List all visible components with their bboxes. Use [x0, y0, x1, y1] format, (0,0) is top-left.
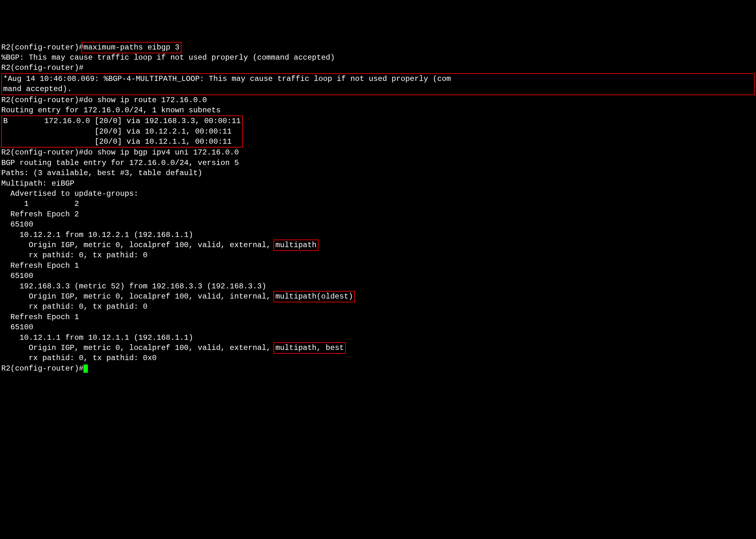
- show-ip-route-cmd: R2(config-router)#do show ip route 172.1…: [1, 95, 755, 105]
- as-path-3: 65100: [1, 322, 755, 333]
- nexthop-3: 10.12.1.1 from 10.12.1.1 (192.168.1.1): [1, 333, 755, 343]
- route-line-2: [20/0] via 10.12.2.1, 00:00:11: [3, 127, 232, 136]
- advertised-header: Advertised to update-groups:: [1, 189, 755, 199]
- route-entries-highlight: B 172.16.0.0 [20/0] via 192.168.3.3, 00:…: [1, 116, 243, 147]
- log-line-1: *Aug 14 10:46:08.069: %BGP-4-MULTIPATH_L…: [3, 75, 451, 83]
- route-line-1: B 172.16.0.0 [20/0] via 192.168.3.3, 00:…: [3, 117, 241, 125]
- refresh-epoch-3: Refresh Epoch 1: [1, 312, 755, 322]
- attrs-2-prefix: Origin IGP, metric 0, localpref 100, val…: [1, 292, 275, 301]
- show-ip-bgp-cmd: R2(config-router)#do show ip bgp ipv4 un…: [1, 147, 755, 158]
- nexthop-1: 10.12.2.1 from 10.12.2.1 (192.168.1.1): [1, 230, 755, 240]
- log-line-2: mand accepted).: [3, 85, 72, 93]
- prompt: R2(config-router)#: [1, 43, 83, 52]
- routing-entry-header: Routing entry for 172.16.0.0/24, 1 known…: [1, 105, 755, 116]
- attrs-3-prefix: Origin IGP, metric 0, localpref 100, val…: [1, 344, 275, 352]
- bgp-warning-line: %BGP: This may cause traffic loop if not…: [1, 53, 755, 63]
- attrs-1-prefix: Origin IGP, metric 0, localpref 100, val…: [1, 241, 275, 249]
- log-multipath-loop-highlight: *Aug 14 10:46:08.069: %BGP-4-MULTIPATH_L…: [1, 73, 755, 95]
- command-highlight-maximum-paths: maximum-paths eibgp 3: [82, 42, 181, 53]
- update-groups: 1 2: [1, 199, 755, 209]
- multipath-highlight-3: multipath, best: [273, 342, 346, 354]
- as-path-2: 65100: [1, 271, 755, 281]
- pathid-2: rx pathid: 0, tx pathid: 0: [1, 302, 755, 312]
- final-prompt: R2(config-router)#: [1, 364, 83, 373]
- multipath-highlight-1: multipath: [273, 240, 319, 251]
- refresh-epoch-1: Refresh Epoch 2: [1, 209, 755, 219]
- route-line-3: [20/0] via 10.12.1.1, 00:00:11: [3, 137, 232, 146]
- pathid-3: rx pathid: 0, tx pathid: 0x0: [1, 353, 755, 363]
- paths-summary: Paths: (3 available, best #3, table defa…: [1, 168, 755, 178]
- pathid-1: rx pathid: 0, tx pathid: 0: [1, 250, 755, 261]
- nexthop-2: 192.168.3.3 (metric 52) from 192.168.3.3…: [1, 281, 755, 291]
- terminal-output[interactable]: R2(config-router)#maximum-paths eibgp 3%…: [1, 42, 755, 374]
- cursor: [83, 364, 88, 373]
- refresh-epoch-2: Refresh Epoch 1: [1, 261, 755, 271]
- prompt-empty: R2(config-router)#: [1, 63, 755, 73]
- as-path-1: 65100: [1, 219, 755, 230]
- bgp-table-entry: BGP routing table entry for 172.16.0.0/2…: [1, 158, 755, 168]
- multipath-highlight-2: multipath(oldest): [273, 291, 355, 302]
- multipath-type: Multipath: eiBGP: [1, 179, 755, 189]
